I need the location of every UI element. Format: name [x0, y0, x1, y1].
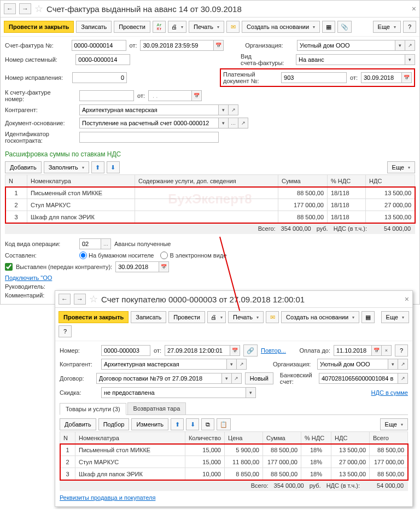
- favorite-icon[interactable]: ☆: [89, 293, 98, 305]
- goods-tab[interactable]: Товары и услуги (3): [60, 403, 126, 415]
- dropdown-icon[interactable]: ▾: [222, 373, 232, 384]
- link-icon[interactable]: 🔗: [243, 344, 258, 357]
- copy-button[interactable]: ⧉: [201, 418, 214, 430]
- mail-button[interactable]: ✉: [226, 21, 240, 33]
- new-contract-button[interactable]: Новый: [245, 372, 273, 384]
- more-button[interactable]: Еще: [373, 21, 401, 33]
- favorite-icon[interactable]: ☆: [34, 3, 43, 15]
- print-dropdown[interactable]: Печать: [228, 311, 264, 323]
- table-more-button[interactable]: Еще: [387, 161, 415, 173]
- invoice-number-input[interactable]: [72, 40, 126, 51]
- paydate-input[interactable]: [361, 72, 402, 83]
- open-icon[interactable]: ↗: [398, 373, 408, 384]
- paydoc-input[interactable]: [281, 72, 347, 83]
- dropdown-icon[interactable]: ▾: [388, 359, 398, 370]
- calendar-icon[interactable]: 📅: [159, 261, 169, 272]
- create-based-dropdown[interactable]: Создать на основании: [242, 21, 320, 33]
- structure-button[interactable]: ▦: [361, 311, 375, 323]
- save-button[interactable]: Записать: [76, 21, 112, 33]
- electronic-radio[interactable]: В электронном виде: [160, 252, 226, 259]
- help-button[interactable]: ?: [395, 344, 408, 357]
- dt-kt-button[interactable]: АтКт: [153, 21, 166, 33]
- save-button[interactable]: Записать: [131, 311, 166, 323]
- move-up-button[interactable]: ⬆: [91, 161, 104, 173]
- more-icon[interactable]: …: [229, 118, 238, 128]
- basis-input[interactable]: [79, 118, 219, 128]
- discount-input[interactable]: [101, 387, 246, 398]
- fill-dropdown[interactable]: Заполнить: [44, 161, 89, 173]
- calendar-icon[interactable]: 📅: [372, 345, 382, 356]
- open-icon[interactable]: ↗: [405, 40, 415, 51]
- move-up-button[interactable]: ⬆: [171, 418, 184, 430]
- table-row[interactable]: 3Шкаф для папок ЭРИК 88 500,0018/11813 5…: [5, 211, 415, 223]
- table-row[interactable]: 1Письменный стол МИККЕ 15,0005 900,00 88…: [60, 444, 408, 456]
- date-input[interactable]: [165, 345, 230, 356]
- dropdown-icon[interactable]: ▾: [227, 359, 237, 370]
- to-sf-input[interactable]: [79, 90, 134, 101]
- paper-radio[interactable]: На бумажном носителе: [79, 252, 154, 259]
- seller-buyer-link[interactable]: Реквизиты продавца и покупателя: [60, 494, 155, 501]
- kind-input[interactable]: [296, 54, 405, 65]
- calendar-icon[interactable]: 📅: [192, 90, 202, 101]
- edit-button[interactable]: Изменить: [131, 418, 168, 430]
- table-more-button[interactable]: Еще: [380, 418, 408, 430]
- help-button[interactable]: ?: [403, 21, 416, 33]
- create-based-dropdown[interactable]: Создать на основании: [281, 311, 359, 323]
- tare-tab[interactable]: Возвратная тара: [127, 402, 186, 414]
- op-code-input[interactable]: [79, 238, 101, 249]
- close-icon[interactable]: ×: [412, 4, 416, 13]
- add-button[interactable]: Добавить: [5, 161, 42, 173]
- connect-link[interactable]: Подключить "ОО: [5, 274, 52, 281]
- dropdown-icon[interactable]: ▾: [219, 104, 229, 115]
- open-icon[interactable]: ↗: [232, 373, 242, 384]
- structure-button[interactable]: ▦: [322, 21, 335, 33]
- post-and-close-button[interactable]: Провести и закрыть: [4, 21, 74, 33]
- post-and-close-button[interactable]: Провести и закрыть: [59, 311, 129, 323]
- back-button[interactable]: ←: [4, 3, 16, 14]
- bank-input[interactable]: [319, 373, 398, 384]
- dropdown-icon[interactable]: ▾: [395, 40, 405, 51]
- dropdown-icon[interactable]: ▾: [219, 118, 229, 128]
- org-input[interactable]: [297, 40, 395, 51]
- close-icon[interactable]: ×: [405, 295, 409, 303]
- table-row[interactable]: 3Шкаф для папок ЭРИК 10,0008 850,00 88 5…: [60, 468, 408, 480]
- invoice-date-input[interactable]: [140, 40, 214, 51]
- contractor-input[interactable]: [79, 104, 219, 115]
- open-icon[interactable]: ↗: [398, 359, 408, 370]
- more-icon[interactable]: …: [101, 238, 111, 249]
- issued-date-input[interactable]: [115, 261, 159, 272]
- table-row[interactable]: 1Письменный стол МИККЕ 88 500,0018/11813…: [5, 187, 415, 199]
- add-button[interactable]: Добавить: [60, 418, 96, 430]
- print-dropdown[interactable]: Печать: [189, 21, 224, 33]
- post-button[interactable]: Провести: [168, 311, 205, 323]
- calendar-icon[interactable]: 📅: [230, 345, 240, 356]
- printer-button[interactable]: 🖨: [168, 21, 186, 33]
- calendar-icon[interactable]: 📅: [402, 72, 412, 83]
- sysnum-input[interactable]: [75, 54, 130, 65]
- open-icon[interactable]: ↗: [238, 118, 248, 128]
- dropdown-icon[interactable]: ▾: [246, 387, 256, 398]
- pick-button[interactable]: Подбор: [98, 418, 130, 430]
- correction-input[interactable]: [72, 72, 127, 83]
- pay-until-input[interactable]: [334, 345, 372, 356]
- number-input[interactable]: [101, 345, 150, 356]
- contractor-input[interactable]: [101, 359, 227, 370]
- forward-button[interactable]: →: [74, 294, 86, 305]
- forward-button[interactable]: →: [19, 3, 31, 14]
- vat-in-sum-link[interactable]: НДС в сумме: [371, 389, 408, 396]
- move-down-button[interactable]: ⬇: [186, 418, 199, 430]
- printer-button[interactable]: 🖨: [207, 311, 226, 323]
- issued-checkbox[interactable]: [5, 263, 13, 271]
- table-row[interactable]: 2Стул МАРКУС 15,00011 800,00 177 000,001…: [60, 456, 408, 468]
- gosid-input[interactable]: [79, 132, 219, 143]
- open-icon[interactable]: ↗: [237, 359, 247, 370]
- help-button[interactable]: ?: [59, 325, 72, 337]
- paste-button[interactable]: 📋: [217, 418, 231, 430]
- org-input[interactable]: [317, 359, 388, 370]
- calendar-icon[interactable]: 📅: [214, 40, 224, 51]
- mail-button[interactable]: ✉: [266, 311, 279, 323]
- repeat-link[interactable]: Повтор...: [261, 347, 286, 354]
- attach-button[interactable]: 📎: [337, 21, 352, 33]
- clear-icon[interactable]: ×: [382, 345, 392, 356]
- dropdown-icon[interactable]: ▾: [405, 54, 415, 65]
